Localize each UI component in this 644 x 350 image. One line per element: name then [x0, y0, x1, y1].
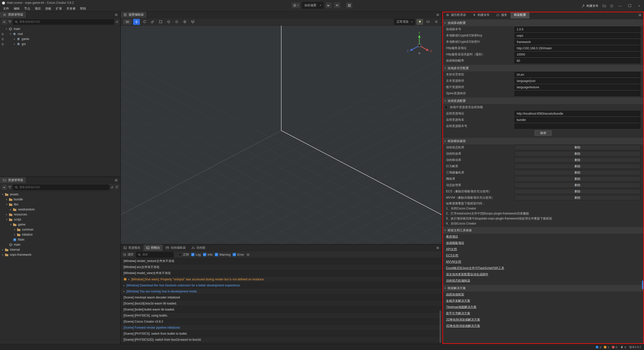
asset-tree-item[interactable]: ▾script — [0, 217, 120, 222]
render-mode-select[interactable]: 正常渲染▾ — [394, 19, 415, 25]
console-search-input[interactable]: 搜索 — [136, 252, 174, 257]
field-input[interactable]: 10000 — [514, 52, 640, 57]
section-header[interactable]: ▾框架解决方案 — [442, 285, 644, 291]
asset-tree-item[interactable]: main — [0, 242, 120, 247]
delete-button[interactable]: 删除 — [514, 157, 640, 163]
asset-tree-item[interactable]: ▸seedrandom — [0, 207, 120, 212]
tree-arrow-icon[interactable]: ▸ — [9, 208, 13, 211]
menu-item[interactable]: 文件 — [1, 6, 11, 12]
camera-preview[interactable] — [425, 19, 431, 25]
field-input[interactable]: framework — [514, 39, 640, 45]
menu-item[interactable]: 面板 — [43, 6, 54, 12]
doc-link[interactable]: 战棋游戏框架 — [442, 291, 644, 298]
doc-link[interactable]: 教程项目 — [442, 234, 644, 240]
menu-item[interactable]: 扩展 — [54, 6, 64, 12]
inspector-tab[interactable]: 构建发布 — [469, 12, 493, 18]
console-tab[interactable]: 动画编辑器 — [163, 245, 189, 251]
menu-item[interactable]: 项目 — [32, 6, 43, 12]
log-row[interactable]: [Scene] [PHYSICS]: switch from builtin t… — [121, 331, 442, 337]
log-row[interactable]: [Scene] meshopt wasm decoder initialized — [121, 294, 442, 300]
snap-tool[interactable] — [189, 19, 196, 25]
filter-log[interactable]: ✓Log — [191, 253, 201, 256]
close-button[interactable]: × — [636, 4, 642, 8]
delete-button[interactable]: 删除 — [514, 189, 640, 194]
tree-arrow-icon[interactable]: ▸ — [13, 228, 17, 231]
space-tool[interactable] — [181, 19, 188, 25]
asset-tree-item[interactable]: ▾libs — [0, 202, 120, 207]
menu-item[interactable]: 帮助 — [78, 6, 88, 12]
hierarchy-tree-item[interactable]: ▸game — [0, 36, 120, 41]
inspector-tab[interactable]: 框架配置 — [511, 12, 530, 18]
expand-arrow-icon[interactable]: ▸ — [124, 290, 125, 293]
field-input[interactable]: language/texture — [514, 84, 640, 90]
maximize-button[interactable] — [627, 4, 632, 8]
asset-tree-item[interactable]: TSMain — [0, 237, 120, 242]
section-header[interactable]: ▾游戏资源配置 — [442, 98, 644, 104]
console-tab[interactable]: 动画图 — [189, 245, 208, 251]
assets-search-input[interactable]: 搜索名称或UUID — [13, 185, 109, 190]
doc-link[interactable]: 2D角色扮演游戏解决方案 — [442, 317, 644, 323]
field-input[interactable]: http://192.168.0.150/main/ — [514, 46, 640, 51]
doc-link[interactable]: 全栈开发解决方案 — [442, 298, 644, 304]
log-row[interactable]: [Scene] [PHYSICS]: using builtin. — [121, 313, 442, 319]
tree-arrow-icon[interactable]: ▸ — [13, 43, 16, 45]
regex-toggle[interactable]: 正则 — [178, 252, 189, 257]
scene-viewport[interactable]: Y X Z — [121, 26, 442, 244]
doc-link[interactable]: Excel格式转Json文件与TypeScript代码工具 — [442, 265, 644, 271]
mode-3d-button[interactable]: 3D — [123, 19, 132, 25]
tree-arrow-icon[interactable]: ▾ — [1, 193, 5, 196]
doc-link[interactable]: 游戏模板项目 — [442, 240, 644, 246]
tree-arrow-icon[interactable]: ▾ — [9, 33, 12, 35]
tree-arrow-icon[interactable]: ▸ — [13, 38, 16, 40]
preview-target-button[interactable]: ▾ — [291, 2, 300, 9]
inspector-tab[interactable]: 属性检查器 — [443, 12, 469, 18]
neg-y-handle[interactable] — [419, 53, 420, 54]
gizmo-cube[interactable] — [418, 44, 421, 47]
tree-arrow-icon[interactable]: ▸ — [1, 253, 5, 256]
remote-load-checkbox[interactable] — [445, 106, 448, 109]
minimize-button[interactable]: — — [617, 4, 623, 8]
warning-count[interactable]: 1 — [604, 346, 609, 349]
scene-panel-tab[interactable]: 场景编辑器 — [121, 12, 147, 18]
collapse-all-icon[interactable] — [111, 186, 114, 189]
doc-link[interactable]: MVVM文档 — [442, 259, 644, 265]
tree-arrow-icon[interactable]: ▾ — [9, 223, 13, 226]
filter-info[interactable]: ✓Info — [203, 253, 213, 256]
doc-link[interactable]: ECS文档 — [442, 252, 644, 259]
pivot-tool[interactable] — [173, 19, 180, 25]
add-asset-button[interactable]: + — [2, 185, 7, 190]
layout-button[interactable] — [346, 2, 353, 9]
filter-warning[interactable]: ✓Warning — [215, 253, 230, 256]
rotate-tool[interactable] — [141, 19, 148, 25]
tree-arrow-icon[interactable]: ▸ — [5, 198, 9, 201]
menu-item[interactable]: 开发者 — [64, 6, 78, 12]
lock-icon[interactable] — [1, 43, 5, 46]
menu-item[interactable]: 节点 — [22, 6, 32, 12]
doc-link[interactable]: Tiledmap地图解决方案 — [442, 304, 644, 310]
log-row[interactable]: [Scene] Cocos Creator v3.8.2 — [121, 319, 442, 325]
field-input[interactable] — [514, 123, 640, 129]
tree-arrow-icon[interactable]: ▾ — [5, 218, 9, 221]
clear-console-button[interactable]: 清空 — [123, 252, 134, 257]
rect-tool[interactable] — [157, 19, 164, 25]
field-input[interactable]: bundle — [514, 117, 640, 122]
open-project-folder-icon[interactable] — [602, 4, 606, 8]
assets-panel-tab[interactable]: 资源管理器 — [0, 177, 26, 183]
delete-button[interactable]: 删除 — [514, 170, 640, 175]
sort-icon[interactable] — [115, 20, 118, 23]
delete-button[interactable]: 删除 — [514, 176, 640, 182]
filter-icon[interactable] — [8, 20, 11, 23]
tree-arrow-icon[interactable]: ▾ — [5, 28, 8, 30]
filter-icon[interactable] — [8, 186, 11, 189]
menu-item[interactable]: 编辑 — [11, 6, 22, 12]
log-row[interactable]: [Window] model_view文件夹不存在 — [121, 270, 442, 276]
tree-arrow-icon[interactable]: ▾ — [5, 203, 9, 206]
asset-tree-item[interactable]: ▸internal — [0, 247, 120, 252]
log-row[interactable]: [Scene] Forward render pipeline initiali… — [121, 325, 442, 331]
section-header[interactable]: ▾框架文档工具链接 — [442, 227, 644, 234]
asset-tree-item[interactable]: ▾assets — [0, 192, 120, 197]
inspector-menu-icon[interactable] — [636, 12, 644, 18]
console-settings-icon[interactable] — [246, 253, 250, 256]
hierarchy-tree-item[interactable]: ▾root — [0, 31, 120, 36]
log-row[interactable]: [Scene] [box2d]:box2d wasm lib loaded. — [121, 300, 442, 307]
